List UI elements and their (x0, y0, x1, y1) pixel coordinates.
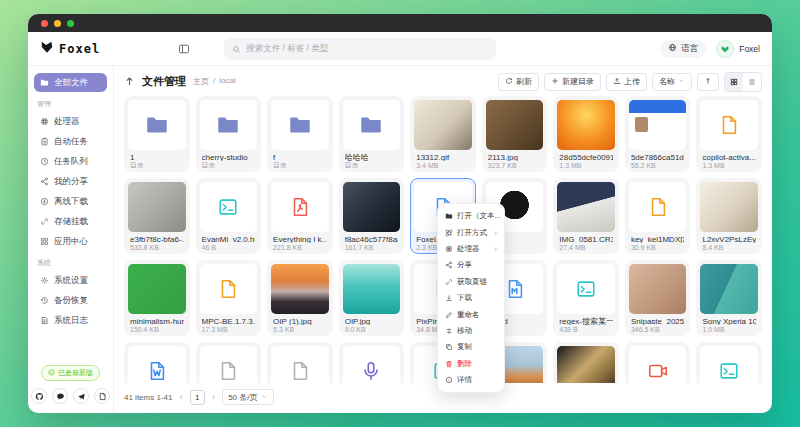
user-menu[interactable]: Foxel (716, 40, 760, 58)
docs-icon[interactable] (94, 388, 110, 404)
file-thumbnail (629, 264, 687, 314)
file-card[interactable]: 1目录 (124, 96, 190, 172)
file-card[interactable]: key_kei1MDX[20...30.9 KB (625, 178, 691, 254)
file-card[interactable]: 5de7866ca51d6c...55.2 KB (625, 96, 691, 172)
context-menu-item-details[interactable]: 详情 (441, 372, 501, 388)
file-card[interactable]: 2113.jpg323.7 KB (482, 96, 548, 172)
file-card[interactable]: Snipaste_2025-...346.5 KB (625, 260, 691, 336)
share-icon (40, 177, 49, 186)
file-card[interactable]: OIP (1).jpg5.3 KB (267, 260, 333, 336)
file-card[interactable]: OIP.jpg9.0 KB (339, 260, 405, 336)
file-card[interactable]: cherry-studio目录 (196, 96, 262, 172)
terminal-icon (700, 346, 758, 383)
breadcrumb[interactable]: 主页 / local (193, 76, 236, 87)
share-icon (445, 261, 453, 269)
file-card[interactable]: IMG_0581.CR327.4 MB (553, 178, 619, 254)
context-menu-item-rename[interactable]: 重命名 (441, 306, 501, 322)
sidebar-item-task-queue[interactable]: 任务队列 (34, 152, 107, 171)
sidebar-item-my-shares[interactable]: 我的分享 (34, 172, 107, 191)
file-thumbnail (128, 264, 186, 314)
file-card[interactable]: Sony Xperia 10...1.0 MB (696, 260, 762, 336)
grid-view-button[interactable] (725, 73, 743, 91)
list-view-button[interactable] (743, 73, 761, 91)
file-card[interactable]: copilot-activa...1.3 MB (696, 96, 762, 172)
sidebar-item-label: 任务队列 (54, 156, 88, 168)
context-menu-item-move[interactable]: 移动 (441, 323, 501, 339)
file-card[interactable]: minimalism-hum...150.4 KB (124, 260, 190, 336)
sidebar-collapse-icon[interactable] (178, 43, 190, 55)
file-size: 221.8 KB (273, 243, 327, 250)
file-size: 17.3 MB (202, 325, 256, 332)
github-icon[interactable] (31, 388, 47, 404)
file-card[interactable] (267, 342, 333, 383)
file-card[interactable]: 28d55dcfe0091...1.3 MB (553, 96, 619, 172)
sidebar-item-offline-download[interactable]: 离线下载 (34, 192, 107, 211)
sidebar-item-storage-mounts[interactable]: 存储挂载 (34, 212, 107, 231)
file-size: 323.7 KB (488, 161, 542, 168)
file-card[interactable]: MPC-BE.1.7.3.x...17.3 MB (196, 260, 262, 336)
page-title: 文件管理 (142, 74, 186, 89)
file-card[interactable]: 哈哈哈目录 (339, 96, 405, 172)
minimize-button[interactable] (54, 20, 61, 27)
sort-field-select[interactable]: 名称 (652, 73, 692, 91)
close-button[interactable] (41, 20, 48, 27)
app-title: Foxel (59, 42, 100, 56)
language-button[interactable]: 语言 (660, 40, 706, 58)
items-count: 41 items 1-41 (124, 393, 172, 402)
sidebar-item-auto-tasks[interactable]: 自动任务 (34, 132, 107, 151)
next-page-button[interactable]: › (212, 392, 215, 402)
sort-direction-button[interactable] (697, 73, 719, 91)
sidebar-item-system-settings[interactable]: 系统设置 (34, 271, 107, 290)
sidebar-item-processors[interactable]: 处理器 (34, 112, 107, 131)
context-menu-item-delete[interactable]: 删除 (441, 356, 501, 372)
page-number[interactable]: 1 (190, 390, 205, 405)
file-card[interactable] (339, 342, 405, 383)
sidebar-item-backup-restore[interactable]: 备份恢复 (34, 291, 107, 310)
file-card[interactable] (196, 342, 262, 383)
file-thumbnail (557, 346, 615, 383)
file-card[interactable]: regex-搜索某一...438 B (553, 260, 619, 336)
context-menu-label: 重命名 (457, 310, 480, 320)
chat-icon[interactable] (52, 388, 68, 404)
context-menu-item-copy[interactable]: 复制 (441, 339, 501, 355)
context-menu-item-direct-link[interactable]: 获取直链 (441, 274, 501, 290)
new-folder-button[interactable]: 新建目录 (544, 73, 601, 91)
update-status-badge[interactable]: 已是最新版 (41, 365, 100, 381)
upload-button[interactable]: 上传 (606, 73, 647, 91)
search-input[interactable]: 搜索文件 / 标签 / 类型 (224, 38, 496, 60)
file-card[interactable]: f目录 (267, 96, 333, 172)
file-card[interactable]: Everything I k...221.8 KB (267, 178, 333, 254)
file-name: IMG_0581.CR3 (559, 235, 613, 243)
file-card[interactable]: EvanMi_v2.0.html46 B (196, 178, 262, 254)
refresh-button[interactable]: 刷新 (498, 73, 539, 91)
zoom-button[interactable] (67, 20, 74, 27)
file-card[interactable] (696, 342, 762, 383)
context-menu-item-open-with[interactable]: 打开方式› (441, 224, 501, 240)
clock-icon (40, 157, 49, 166)
context-menu-label: 获取直链 (457, 277, 487, 287)
file-name: minimalism-hum... (130, 317, 184, 325)
page-size-select[interactable]: 50 条/页 (222, 389, 273, 405)
file-thumbnail (128, 182, 186, 232)
context-menu-item-share[interactable]: 分享 (441, 257, 501, 273)
file-card[interactable]: 13312.gif3.4 MB (410, 96, 476, 172)
context-menu-item-open[interactable]: 打开（文本... (441, 208, 501, 224)
file-card[interactable]: f8ac46c577f8a8...161.7 KB (339, 178, 405, 254)
sidebar-item-label: 自动任务 (54, 136, 88, 148)
file-card[interactable]: L2xvV2PsLzEyM2...8.4 KB (696, 178, 762, 254)
go-up-button[interactable] (124, 76, 135, 87)
prev-page-button[interactable]: ‹ (179, 392, 182, 402)
sidebar-item-all-files[interactable]: 全部文件 (34, 73, 107, 92)
context-menu-item-processor[interactable]: 处理器› (441, 241, 501, 257)
sidebar: 全部文件管理处理器自动任务任务队列我的分享离线下载存储挂载应用中心系统系统设置备… (28, 66, 114, 413)
file-size: 9.0 KB (345, 325, 399, 332)
file-card[interactable]: e3fb7f8c-bfa6-...533.8 KB (124, 178, 190, 254)
sidebar-item-app-center[interactable]: 应用中心 (34, 232, 107, 251)
file-card[interactable] (124, 342, 190, 383)
file-card[interactable] (625, 342, 691, 383)
file-card[interactable] (553, 342, 619, 383)
sidebar-item-label: 处理器 (54, 116, 80, 128)
context-menu-item-download[interactable]: 下载 (441, 290, 501, 306)
telegram-icon[interactable] (73, 388, 89, 404)
sidebar-item-system-logs[interactable]: 系统日志 (34, 311, 107, 330)
